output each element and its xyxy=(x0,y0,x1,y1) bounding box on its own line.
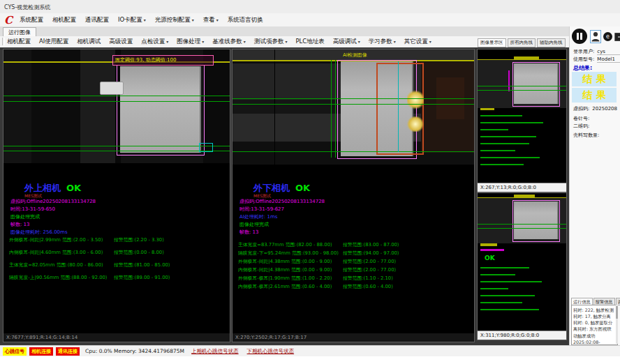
camera-connect-badge: 相机连接 xyxy=(29,347,53,356)
toolbar-spot-check[interactable]: 点检设置▾ xyxy=(141,38,168,46)
virtual-code-value: 20250208 xyxy=(592,106,617,112)
app-logo-icon: C xyxy=(4,14,13,26)
title-bar: CYS-视觉检测系统 xyxy=(0,0,620,13)
camera-image-upper[interactable]: 固定阈值:93, 动态阈值:100 xyxy=(3,50,230,163)
run-log-textarea[interactable]: 耗时: 222, 触发检测耗时: 17, 触发分离耗时: 0, 触发提取分离耗时… xyxy=(571,305,618,345)
mini-text-line xyxy=(480,274,515,275)
measurement-row: 外侧极耳-极耳|1.90mm 范围:(1.00 - 2.20)报警范围:(1.1… xyxy=(238,275,474,282)
lower-camera-heartbeat-link[interactable]: 下相机心跳信号状态 xyxy=(247,348,295,355)
ai-image-overlay-label: AI检测图像 xyxy=(343,52,367,59)
process-time-line: 图像处理耗时: 256.00ms xyxy=(10,229,68,236)
chevron-down-icon: ▾ xyxy=(429,39,431,44)
mini-text-line xyxy=(480,108,494,110)
menu-item-comm-config[interactable]: 通讯配置 xyxy=(85,16,109,24)
toolbar-plc-table[interactable]: PLC地址表 xyxy=(295,38,324,46)
frame-count-line: 帧数: 13 xyxy=(10,221,30,228)
toolbar-baseline-params[interactable]: 基准线参数▾ xyxy=(212,38,246,46)
chevron-down-icon: ▾ xyxy=(244,39,246,44)
chevron-down-icon: ▾ xyxy=(358,39,360,44)
mini-ok-badge: OK xyxy=(485,255,495,261)
machine-seam xyxy=(274,50,275,165)
measure-line-green xyxy=(232,104,474,105)
toolbar-advanced-settings[interactable]: 高级设置 xyxy=(109,38,133,46)
user-button[interactable] xyxy=(590,30,601,43)
toolbar-image-process[interactable]: 图像处理▾ xyxy=(177,38,204,46)
measure-line-green xyxy=(232,151,474,152)
heartbeat-status-badge: 心跳信号 xyxy=(3,347,27,356)
upper-camera-heartbeat-link[interactable]: 上相机心跳信号状态 xyxy=(191,348,239,355)
virtual-code-line: 虚拟码:Offline20250208133134728 xyxy=(10,198,96,205)
control-panel: e 登录用户:cys 使用型号:Model1 总结果: 结果 结果 虚拟码:20… xyxy=(569,26,620,345)
menu-item-io-config[interactable]: IO卡配置▾ xyxy=(118,16,146,24)
toolbar-grip[interactable] xyxy=(2,38,5,45)
alarm-range: 报警范围:(0.00 - 8.00) xyxy=(114,249,164,256)
mini-text-line xyxy=(480,288,508,289)
measure-line-green xyxy=(3,151,230,151)
thumb-panel-bottom: OK X:311;Y:980;R:0;G:0;B:0 xyxy=(477,192,567,340)
tab-strip: 运行图像 xyxy=(0,26,620,36)
reflection-highlight xyxy=(407,90,424,109)
log-scrollbar[interactable] xyxy=(616,305,618,344)
menu-item-camera-config[interactable]: 相机配置 xyxy=(52,16,76,24)
mini-text-line xyxy=(480,243,497,246)
camera-image-lower[interactable]: AI检测图像 xyxy=(232,50,474,165)
thumb-image-bottom[interactable]: OK xyxy=(478,193,566,332)
pause-icon xyxy=(580,33,582,40)
measure-line-green-vertical xyxy=(331,60,332,158)
mini-text-line xyxy=(480,267,529,268)
toolbar-test-params[interactable]: 测试项参数▾ xyxy=(254,38,288,46)
mini-text-line xyxy=(480,129,508,130)
toolbar-ai-config[interactable]: AI使用配置 xyxy=(39,38,68,46)
qr-code-row: 二维码: xyxy=(573,123,589,130)
right-tab-image-area[interactable]: 图像显示区 xyxy=(478,38,506,47)
toolbar-advanced-debug[interactable]: 高级调试▾ xyxy=(333,38,360,46)
exit-button[interactable] xyxy=(613,31,620,41)
login-user-value[interactable]: cys xyxy=(597,49,620,55)
measure-line-green xyxy=(3,146,230,146)
mini-text-line xyxy=(480,157,540,158)
toolbar-learning-params[interactable]: 学习参数▾ xyxy=(369,38,396,46)
measurement-row: 内侧极耳-间距|4.60mm 范围:(3.00 - 6.00)报警范围:(0.0… xyxy=(9,249,230,256)
thumb-image-top[interactable] xyxy=(478,50,566,184)
camera-panel-lower: AI检测图像 外下相机OK MES测试 虚拟码:Offline202502081… xyxy=(232,49,475,342)
comm-connect-badge: 通讯连接 xyxy=(56,347,80,356)
measurement-row: 外侧极耳-间距|2.99mm 范围:(2.00 - 3.50)报警范围:(2.2… xyxy=(9,236,230,243)
alarm-range: 报警范围:(89.00 - 91.00) xyxy=(114,274,170,281)
model-value[interactable]: Model1 xyxy=(597,56,620,63)
mini-text-line xyxy=(480,143,529,144)
chevron-down-icon: ▾ xyxy=(166,39,168,44)
toolbar-other-settings[interactable]: 其它设置▾ xyxy=(404,38,431,46)
alarm-range: 报警范围:(81.00 - 85.00) xyxy=(114,261,170,268)
mini-text-line xyxy=(480,302,522,303)
mini-text-line xyxy=(480,164,524,165)
right-tab-aux-lines[interactable]: 辅助内角线 xyxy=(537,38,566,47)
chevron-down-icon: ▾ xyxy=(144,17,146,22)
mini-text-line xyxy=(480,122,543,123)
mini-text-line xyxy=(480,309,539,310)
menu-item-view[interactable]: 查看▾ xyxy=(203,16,219,24)
guide-line-yellow xyxy=(478,59,566,60)
menu-item-language-switch[interactable]: 系统语言切换 xyxy=(228,16,263,24)
right-tab-all-lines[interactable]: 所有内角线 xyxy=(508,38,536,47)
chevron-down-icon: ▾ xyxy=(285,39,287,44)
measure-line-green xyxy=(478,90,566,91)
measure-line-green xyxy=(3,96,230,96)
account-badge-button[interactable]: e xyxy=(603,32,612,41)
window-title: CYS-视觉检测系统 xyxy=(4,3,50,11)
mini-text-line xyxy=(480,281,542,282)
toolbar-camera-debug[interactable]: 相机调试 xyxy=(77,38,101,46)
threshold-overlay-label: 固定阈值:93, 动态阈值:100 xyxy=(112,55,214,66)
log-scrollbar-thumb[interactable] xyxy=(616,306,618,319)
menu-item-system-config[interactable]: 系统配置 xyxy=(20,16,43,24)
pause-button[interactable] xyxy=(572,29,587,44)
write-count-row: 壳料写数量: xyxy=(573,132,599,139)
toolbar-items: 相机配置 AI使用配置 相机调试 高级设置 点检设置▾ 图像处理▾ 基准线参数▾… xyxy=(7,36,431,47)
menu-item-light-config[interactable]: 光源控制配置▾ xyxy=(155,16,194,24)
mini-text-line xyxy=(480,115,522,116)
ai-time-line: AI处理耗时: 1ms xyxy=(239,213,277,220)
alarm-range: 报警范围:(0.60 - 4.00) xyxy=(343,283,393,290)
toolbar-camera-config[interactable]: 相机配置 xyxy=(7,38,31,46)
tab-run-image[interactable]: 运行图像 xyxy=(3,27,36,37)
cell-body xyxy=(514,63,559,104)
login-user-row: 登录用户:cys xyxy=(573,48,620,55)
